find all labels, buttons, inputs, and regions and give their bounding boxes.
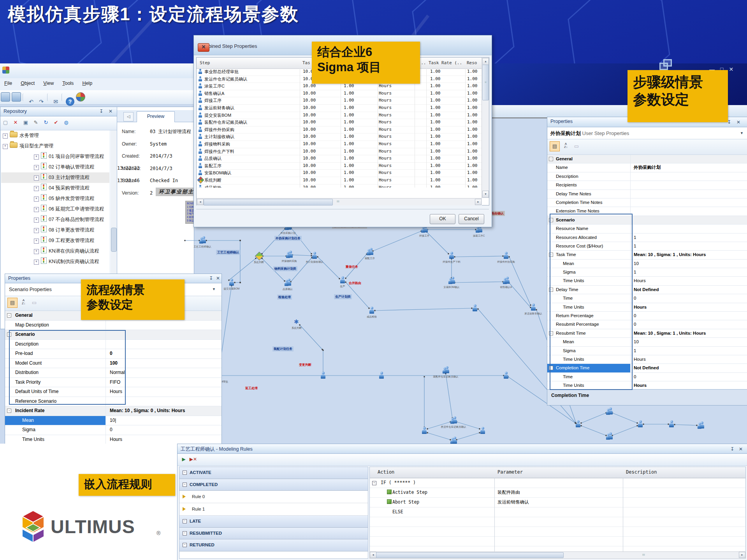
scenario-property-row[interactable]: Task PriorityFIFO <box>5 378 221 388</box>
property-value[interactable]: 10 <box>630 260 747 268</box>
diagram-step-node[interactable]: 装配工序 <box>366 248 373 256</box>
close-button[interactable]: ✕ <box>198 43 209 52</box>
vertical-scrollbar[interactable]: ▲ ≡ ▼ <box>482 58 489 198</box>
property-pages-icon[interactable]: ▭ <box>572 142 581 151</box>
horizontal-scrollbar[interactable]: ◄ III ► <box>197 198 482 205</box>
new-icon[interactable]: ▢ <box>2 119 9 126</box>
expander-icon[interactable]: + <box>3 133 8 139</box>
step-property-row[interactable]: Time0 <box>547 294 747 303</box>
column-header[interactable]: Action <box>378 469 394 475</box>
property-value[interactable]: Hours <box>630 277 747 285</box>
diagram-step-node[interactable] <box>320 371 327 380</box>
chevron-down-icon[interactable]: ▼ <box>212 287 216 291</box>
property-value[interactable]: 10| <box>105 416 221 425</box>
scenario-property-row[interactable]: Incident RateMean: 10 , Sigma: 0 , Units… <box>5 406 221 416</box>
close-icon[interactable]: ✕ <box>216 276 220 281</box>
property-value[interactable]: Not Defined <box>630 364 747 372</box>
table-row[interactable]: 品质确认10.001.00Hours1.001.00 <box>197 155 482 163</box>
property-value[interactable]: Normal <box>105 368 221 377</box>
tree-item[interactable]: +07 不合格品控制管理流程 <box>1 214 109 225</box>
property-value[interactable]: 1 <box>630 347 747 355</box>
scroll-right-icon[interactable]: ► <box>475 199 482 205</box>
step-property-row[interactable]: Name外协采购计划 <box>547 163 747 172</box>
save-icon[interactable] <box>1 92 10 102</box>
step-property-row[interactable]: Resource Cost ($/Hour)1 <box>547 242 747 251</box>
expander-icon[interactable]: + <box>34 218 39 223</box>
property-value[interactable]: 0 <box>105 349 221 358</box>
scrollbar-thumb[interactable] <box>376 552 564 558</box>
rules-table-row[interactable]: −IF ( ****** ) <box>370 478 745 488</box>
tree-item[interactable]: +02 订单确认管理流程 <box>1 162 109 172</box>
table-row[interactable]: 发运前财务确认10.001.00Hours1.001.00 <box>197 105 482 112</box>
edit-icon[interactable]: ✎ <box>32 119 40 126</box>
step-property-row[interactable]: Resubmit TimeMean: 10 , Sigma: 1 , Units… <box>547 329 747 338</box>
diagram-step-node[interactable] <box>479 427 486 435</box>
expander-icon[interactable]: + <box>34 207 39 212</box>
property-value[interactable]: Hours <box>630 303 747 311</box>
undo-icon[interactable]: ↶ <box>27 97 35 106</box>
table-row[interactable]: 销售确认A10.001.00Hours1.001.00 <box>197 90 482 98</box>
table-row[interactable]: 主计划接收确认10.001.00Hours1.001.00 <box>197 133 482 141</box>
collapse-icon[interactable]: - <box>7 313 11 318</box>
rules-table-row[interactable] <box>370 537 745 546</box>
property-value[interactable] <box>105 340 221 349</box>
chevron-down-icon[interactable]: ▼ <box>740 131 743 135</box>
scenario-property-row[interactable]: Sigma0 <box>5 425 221 435</box>
property-value[interactable]: Hours <box>630 355 747 363</box>
step-property-row[interactable]: Extension Time Notes <box>547 207 747 216</box>
globe-icon[interactable]: ◍ <box>62 119 70 126</box>
column-header[interactable]: Task Rate (.. <box>429 60 462 65</box>
property-value[interactable]: 0 <box>105 425 221 435</box>
property-value[interactable]: FIFO <box>105 378 221 387</box>
categorized-icon[interactable]: ▤ <box>7 298 18 308</box>
collapse-icon[interactable]: - <box>549 331 553 335</box>
step-property-row[interactable]: Sigma1 <box>547 268 747 277</box>
rule-group[interactable]: −ACTIVATE <box>179 467 368 479</box>
property-value[interactable]: 0 <box>630 312 747 320</box>
step-property-row[interactable]: Description <box>547 172 747 181</box>
rules-table-row[interactable] <box>370 527 745 537</box>
expander-icon[interactable]: + <box>34 228 39 233</box>
tree-item[interactable]: +05 缺件发货管理流程 <box>1 193 109 204</box>
expander-icon[interactable]: + <box>34 154 39 160</box>
rule-group[interactable]: −COMPLETED <box>179 479 368 491</box>
scenario-property-row[interactable]: Time UnitsHours <box>5 435 221 444</box>
property-value[interactable]: 外协采购计划 <box>630 163 747 172</box>
diagram-step-node[interactable]: 焊接件外协采购 <box>503 251 510 260</box>
tree-item[interactable]: +KN试制供应商确认流程 <box>1 256 109 267</box>
scenario-property-row[interactable]: Map Description <box>5 321 221 330</box>
column-header[interactable]: Reso <box>467 60 477 65</box>
property-value[interactable] <box>630 155 747 163</box>
check-icon[interactable]: ✔ <box>52 119 60 126</box>
rules-table-row[interactable] <box>370 517 745 527</box>
pin-icon[interactable]: ↧ <box>209 276 213 281</box>
stop-rule-icon[interactable]: ▶✕ <box>189 455 197 463</box>
table-row[interactable]: 焊接工序10.001.00Hours1.001.00 <box>197 97 482 105</box>
tab-preview[interactable]: Preview <box>137 111 175 122</box>
collapse-icon[interactable]: - <box>7 409 11 413</box>
property-value[interactable] <box>630 198 747 207</box>
property-value[interactable]: 0 <box>630 373 747 381</box>
rule-group[interactable]: −LATE <box>179 516 368 528</box>
property-value[interactable]: 1 <box>630 233 747 242</box>
table-row[interactable]: 焊接件外协采购10.001.00Hours1.001.00 <box>197 126 482 134</box>
table-row[interactable]: 系统判断10.001.00Hours1.001.00 <box>197 177 482 184</box>
column-header[interactable]: Step <box>200 60 210 65</box>
tree-item[interactable]: +01 项目合同评审管理流程 <box>1 151 109 162</box>
diagram-step-node[interactable]: 销售确认A <box>503 277 510 285</box>
diagram-step-node[interactable] <box>637 420 644 428</box>
sort-az-icon[interactable]: AZ↓ <box>19 298 28 308</box>
property-value[interactable] <box>630 190 747 198</box>
diagram-step-node[interactable]: 发运前财务确认 <box>530 303 537 312</box>
diagram-step-node[interactable] <box>606 407 613 416</box>
property-value[interactable]: Mean: 10 , Sigma: 1 , Units: Hours <box>630 329 747 337</box>
property-value[interactable]: Hours <box>105 435 221 444</box>
step-property-row[interactable]: Resource Name <box>547 225 747 233</box>
rule-item[interactable]: Rule 1 <box>179 503 368 516</box>
property-value[interactable] <box>630 216 747 224</box>
step-property-row[interactable]: Resources Allocated1 <box>547 233 747 242</box>
step-property-row[interactable]: Time UnitsHours <box>547 381 747 388</box>
collapse-icon[interactable]: − <box>183 519 187 523</box>
tree-item[interactable]: +09 工程更改管理流程 <box>1 235 109 246</box>
scrollbar-thumb[interactable] <box>111 228 117 252</box>
